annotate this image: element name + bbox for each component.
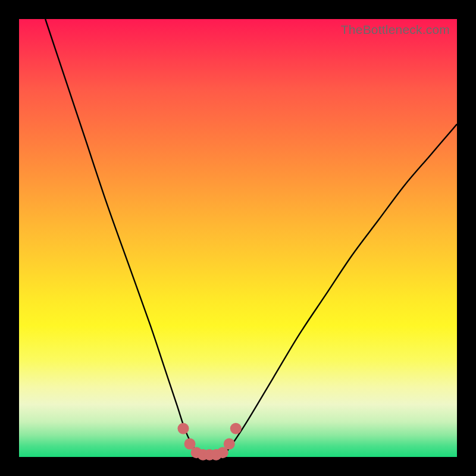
chart-frame: TheBottleneck.com [0, 0, 476, 476]
highlight-dot [230, 423, 242, 434]
plot-area: TheBottleneck.com [19, 19, 457, 457]
highlight-dot [224, 438, 235, 449]
curve-layer [19, 19, 457, 457]
highlight-dot [178, 423, 189, 434]
highlight-dots-group [178, 423, 242, 461]
bottleneck-curve [45, 19, 457, 458]
